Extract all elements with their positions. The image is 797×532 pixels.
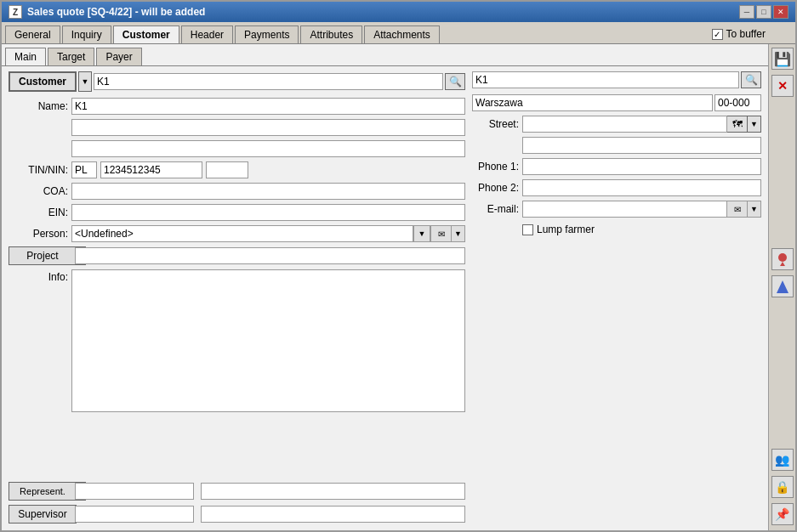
- tab-inquiry[interactable]: Inquiry: [62, 25, 111, 43]
- svg-marker-1: [780, 262, 785, 266]
- lump-farmer-row: Lump farmer: [472, 224, 761, 235]
- name-label: Name:: [9, 100, 68, 112]
- tin-extra-input[interactable]: [206, 161, 248, 178]
- project-input[interactable]: [75, 247, 465, 264]
- name-input[interactable]: [71, 98, 465, 115]
- city-input[interactable]: [472, 94, 713, 111]
- person-mail-dropdown[interactable]: ▼: [452, 225, 465, 242]
- users-toolbar-button[interactable]: 👥: [771, 449, 794, 471]
- tab-general[interactable]: General: [5, 25, 60, 43]
- right-panel: 🔍 Street: 🗺 ▼: [472, 71, 761, 525]
- tab-attributes[interactable]: Attributes: [300, 25, 362, 43]
- blue-icon-button[interactable]: [771, 275, 794, 297]
- save-toolbar-button[interactable]: 💾: [771, 48, 794, 70]
- lump-farmer-label: Lump farmer: [537, 224, 595, 235]
- represent-button[interactable]: Represent.: [9, 482, 77, 501]
- svg-point-0: [778, 253, 787, 262]
- name2-input[interactable]: [71, 119, 465, 136]
- title-bar-buttons: ─ □ ✕: [739, 5, 788, 19]
- customer-code-input[interactable]: [94, 73, 443, 90]
- supervisor-input[interactable]: [75, 506, 194, 523]
- name3-input[interactable]: [71, 140, 465, 157]
- sub-tab-main[interactable]: Main: [5, 48, 46, 65]
- right-search-button[interactable]: 🔍: [741, 71, 761, 88]
- represent-row: Represent. ▼: [9, 482, 465, 501]
- right-toolbar: 💾 ✕ 👥 🔒 📌: [768, 44, 795, 530]
- person-mail-button[interactable]: ✉: [431, 225, 452, 242]
- sub-tab-payer[interactable]: Payer: [96, 48, 141, 65]
- phone2-label: Phone 2:: [472, 182, 519, 194]
- represent-input[interactable]: [75, 483, 194, 500]
- to-buffer-checkbox[interactable]: ✓: [712, 29, 723, 40]
- customer-row: Customer ▼ 🔍: [9, 71, 465, 92]
- ein-label: EIN:: [9, 207, 68, 218]
- window-title: Sales quote [SQ-4/22] - will be added: [27, 6, 205, 18]
- project-button[interactable]: Project: [9, 246, 77, 265]
- ein-input[interactable]: [71, 204, 465, 221]
- tab-customer[interactable]: Customer: [113, 25, 179, 43]
- email-dropdown[interactable]: ▼: [748, 201, 761, 218]
- tab-content: Customer ▼ 🔍 Name:: [2, 66, 768, 530]
- city-row: [472, 94, 761, 111]
- to-buffer-area: ✓ To buffer: [712, 28, 766, 40]
- phone1-input[interactable]: [522, 158, 761, 175]
- coa-row: COA:: [9, 183, 465, 200]
- info-label: Info:: [9, 269, 68, 283]
- minimize-button[interactable]: ─: [739, 5, 754, 19]
- svg-marker-2: [777, 280, 788, 293]
- to-buffer-label: To buffer: [726, 28, 766, 40]
- close-toolbar-button[interactable]: ✕: [771, 75, 794, 97]
- info-textarea[interactable]: [71, 269, 465, 412]
- zip-input[interactable]: [714, 94, 761, 111]
- name2-row: [9, 119, 465, 136]
- person-row: Person: ▼ ✉ ▼: [9, 225, 465, 242]
- project-button-group: Project ▼: [9, 246, 71, 265]
- phone1-label: Phone 1:: [472, 161, 519, 173]
- email-input[interactable]: [522, 201, 727, 218]
- person-dropdown-arrow[interactable]: ▼: [413, 225, 430, 242]
- map-button[interactable]: 🗺: [727, 116, 748, 133]
- tin-prefix-input[interactable]: [71, 161, 97, 178]
- person-control: ▼ ✉ ▼: [71, 225, 465, 242]
- right-customer-code-input[interactable]: [472, 71, 739, 88]
- person-input[interactable]: [71, 225, 413, 242]
- info-row: Info:: [9, 269, 465, 476]
- tin-row: TIN/NIN:: [9, 161, 465, 178]
- main-window: Z Sales quote [SQ-4/22] - will be added …: [0, 0, 797, 532]
- phone2-input[interactable]: [522, 179, 761, 196]
- supervisor-label-wrap: Supervisor: [9, 505, 71, 524]
- coa-input[interactable]: [71, 183, 465, 200]
- name-row: Name:: [9, 98, 465, 115]
- maximize-button[interactable]: □: [756, 5, 771, 19]
- supervisor-right-input[interactable]: [201, 506, 465, 523]
- red-icon-button[interactable]: [771, 248, 794, 270]
- lock-toolbar-button[interactable]: 🔒: [771, 476, 794, 498]
- street2-row: [472, 137, 761, 154]
- supervisor-button[interactable]: Supervisor: [9, 505, 77, 524]
- phone2-row: Phone 2:: [472, 179, 761, 196]
- window-icon: Z: [9, 5, 22, 19]
- ein-row: EIN:: [9, 204, 465, 221]
- email-button[interactable]: ✉: [727, 201, 748, 218]
- tab-header[interactable]: Header: [181, 25, 233, 43]
- customer-dropdown-arrow[interactable]: ▼: [78, 71, 92, 92]
- coa-label: COA:: [9, 185, 68, 197]
- tab-payments[interactable]: Payments: [235, 25, 299, 43]
- right-customer-row: 🔍: [472, 71, 761, 88]
- name3-row: [9, 140, 465, 157]
- customer-button[interactable]: Customer: [9, 71, 77, 92]
- map-dropdown[interactable]: ▼: [748, 116, 761, 133]
- email-row: E-mail: ✉ ▼: [472, 201, 761, 218]
- represent-right-input[interactable]: [201, 483, 465, 500]
- pin-toolbar-button[interactable]: 📌: [771, 503, 794, 525]
- sub-tab-target[interactable]: Target: [48, 48, 94, 65]
- project-row: Project ▼: [9, 246, 465, 265]
- street-input[interactable]: [522, 116, 727, 133]
- lump-farmer-checkbox[interactable]: [522, 224, 533, 235]
- tin-number-input[interactable]: [100, 161, 202, 178]
- sub-tab-bar: Main Target Payer: [2, 44, 768, 66]
- tab-attachments[interactable]: Attachments: [364, 25, 440, 43]
- close-button[interactable]: ✕: [773, 5, 788, 19]
- customer-search-button[interactable]: 🔍: [445, 73, 465, 90]
- street2-input[interactable]: [522, 137, 761, 154]
